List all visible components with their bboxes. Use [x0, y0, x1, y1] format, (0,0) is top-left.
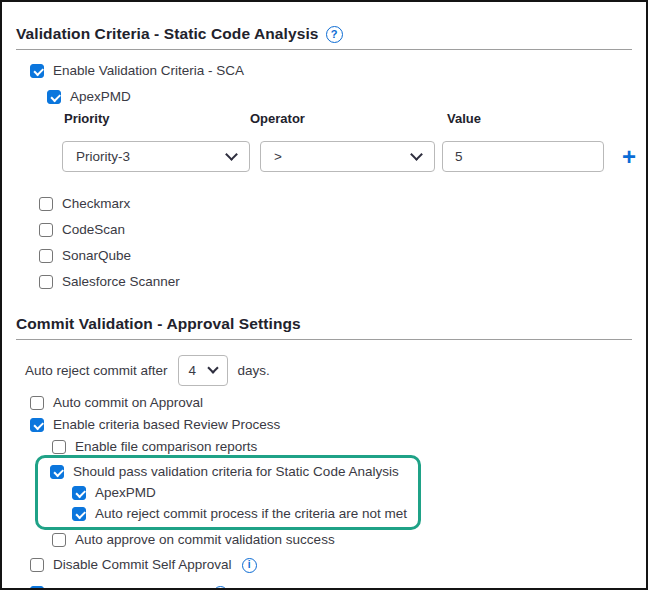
days-select-value: 4	[189, 363, 197, 378]
days-select[interactable]: 4	[178, 355, 228, 386]
checkmarx-label: Checkmarx	[62, 196, 130, 212]
auto-reject-process-label: Auto reject commit process if the criter…	[95, 506, 407, 522]
auto-reject-process-checkbox[interactable]	[72, 507, 86, 521]
should-pass-label: Should pass validation criteria for Stat…	[73, 464, 399, 480]
approval-section-title: Commit Validation - Approval Settings	[16, 314, 301, 334]
auto-reject-label-before: Auto reject commit after	[25, 363, 168, 378]
apexpmd-label: ApexPMD	[70, 89, 131, 105]
file-comparison-row: Enable file comparison reports	[52, 439, 632, 455]
value-input[interactable]	[442, 141, 604, 172]
salesforce-scanner-row: Salesforce Scanner	[39, 274, 632, 290]
highlight-apexpmd-row: ApexPMD	[72, 485, 410, 501]
priority-column-header: Priority	[64, 111, 110, 126]
file-comparison-label: Enable file comparison reports	[75, 439, 257, 455]
codescan-label: CodeScan	[62, 222, 125, 238]
apexpmd-checkbox[interactable]	[47, 90, 61, 104]
criteria-review-row: Enable criteria based Review Process	[30, 417, 632, 433]
disable-self-approval-row: Disable Commit Self Approval i	[30, 557, 632, 573]
operator-select-value: >	[274, 149, 282, 164]
info-icon[interactable]: i	[213, 586, 228, 590]
highlight-apexpmd-label: ApexPMD	[95, 485, 156, 501]
codescan-checkbox[interactable]	[39, 223, 53, 237]
codescan-row: CodeScan	[39, 222, 632, 238]
auto-reject-label-after: days.	[238, 363, 270, 378]
disable-self-approval-checkbox[interactable]	[30, 558, 44, 572]
criteria-review-checkbox[interactable]	[30, 418, 44, 432]
info-icon[interactable]: i	[242, 558, 257, 573]
approval-section-header: Commit Validation - Approval Settings	[16, 314, 632, 334]
chevron-down-icon	[410, 148, 423, 161]
checkmarx-row: Checkmarx	[39, 196, 632, 212]
criteria-review-label: Enable criteria based Review Process	[53, 417, 280, 433]
highlight-box: Should pass validation criteria for Stat…	[35, 455, 421, 530]
should-pass-checkbox[interactable]	[50, 465, 64, 479]
enable-commit-approver-label: Enable Commit Approver	[53, 585, 203, 590]
salesforce-scanner-label: Salesforce Scanner	[62, 274, 180, 290]
auto-reject-process-row: Auto reject commit process if the criter…	[72, 506, 410, 522]
apexpmd-row: ApexPMD	[47, 89, 632, 105]
salesforce-scanner-checkbox[interactable]	[39, 275, 53, 289]
operator-column-header: Operator	[250, 111, 305, 126]
operator-select[interactable]: >	[260, 141, 435, 172]
plus-icon: +	[622, 145, 636, 169]
enable-commit-approver-checkbox[interactable]	[30, 586, 44, 590]
section-divider	[16, 49, 632, 50]
chevron-down-icon	[207, 362, 218, 373]
auto-commit-label: Auto commit on Approval	[53, 395, 203, 411]
priority-select-value: Priority-3	[76, 149, 130, 164]
criteria-editor: Priority Operator Value Priority-3 > +	[16, 111, 632, 186]
auto-approve-checkbox[interactable]	[52, 533, 66, 547]
auto-commit-checkbox[interactable]	[30, 396, 44, 410]
section-divider	[16, 339, 632, 340]
disable-self-approval-label: Disable Commit Self Approval	[53, 557, 232, 573]
chevron-down-icon	[225, 148, 238, 161]
sonarqube-label: SonarQube	[62, 248, 131, 264]
auto-commit-row: Auto commit on Approval	[30, 395, 632, 411]
help-icon[interactable]: ?	[326, 26, 343, 43]
auto-approve-label: Auto approve on commit validation succes…	[75, 532, 335, 548]
sonarqube-row: SonarQube	[39, 248, 632, 264]
settings-panel: Validation Criteria - Static Code Analys…	[0, 0, 648, 590]
sca-section-title: Validation Criteria - Static Code Analys…	[16, 24, 319, 44]
enable-sca-row: Enable Validation Criteria - SCA	[30, 63, 632, 79]
auto-approve-row: Auto approve on commit validation succes…	[52, 532, 632, 548]
sonarqube-checkbox[interactable]	[39, 249, 53, 263]
checkmarx-checkbox[interactable]	[39, 197, 53, 211]
sca-section-header: Validation Criteria - Static Code Analys…	[16, 24, 632, 44]
file-comparison-checkbox[interactable]	[52, 440, 66, 454]
priority-select[interactable]: Priority-3	[62, 141, 250, 172]
enable-sca-label: Enable Validation Criteria - SCA	[53, 63, 244, 79]
highlight-apexpmd-checkbox[interactable]	[72, 486, 86, 500]
enable-commit-approver-row: Enable Commit Approver i	[30, 585, 632, 590]
enable-sca-checkbox[interactable]	[30, 64, 44, 78]
should-pass-row: Should pass validation criteria for Stat…	[50, 464, 410, 480]
add-criteria-button[interactable]: +	[617, 141, 641, 172]
value-column-header: Value	[447, 111, 481, 126]
auto-reject-row: Auto reject commit after 4 days.	[25, 355, 632, 386]
